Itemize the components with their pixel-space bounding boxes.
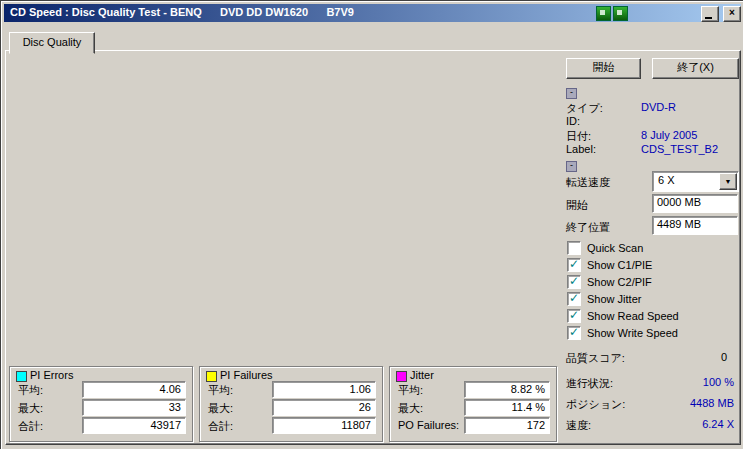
checkbox-label[interactable]: Show C2/PIF — [587, 276, 652, 288]
stat-label: 最大: — [18, 401, 43, 416]
disc-info-label: 日付: — [566, 129, 591, 144]
disc-info-label: Label: — [566, 143, 596, 155]
stat-label: 平均: — [18, 383, 43, 398]
checkbox-label[interactable]: Show Jitter — [587, 293, 641, 305]
pi-failures-legend-swatch — [206, 371, 217, 382]
stat-value-field: 11.4 % — [464, 399, 550, 416]
stat-label: 合計: — [208, 419, 233, 434]
checkbox-show-write-speed[interactable]: ✓Show Write Speed — [567, 326, 742, 340]
minimize-button[interactable] — [701, 6, 719, 22]
checkbox-show-c2-pif[interactable]: ✓Show C2/PIF — [567, 275, 742, 289]
window-title: CD Speed : Disc Quality Test - BENQ DVD … — [10, 6, 354, 18]
disc-info-collapse-icon[interactable]: - — [566, 88, 577, 99]
status-label: 進行状況: — [566, 376, 613, 391]
checkbox-box[interactable]: ✓ — [567, 258, 581, 272]
checkbox-show-read-speed[interactable]: ✓Show Read Speed — [567, 309, 742, 323]
settings-collapse-icon[interactable]: - — [566, 161, 577, 172]
start-position-label: 開始 — [566, 198, 588, 213]
speed-select-value: 6 X — [658, 174, 675, 186]
checkbox-label[interactable]: Quick Scan — [587, 242, 643, 254]
checkbox-box[interactable]: ✓ — [567, 292, 581, 306]
checkbox-quick-scan[interactable]: Quick Scan — [567, 241, 742, 255]
stats-box-title: Jitter — [410, 369, 434, 381]
status-value: 6.24 X — [640, 418, 734, 430]
status-label: 速度: — [566, 418, 591, 433]
dropdown-arrow-button[interactable]: ▼ — [719, 173, 737, 190]
disc-info-value: 8 July 2005 — [641, 129, 697, 141]
start-button[interactable]: 開始 — [566, 58, 641, 79]
stat-value-field: 4.06 — [82, 381, 186, 398]
stat-value-field: 8.82 % — [464, 381, 550, 398]
status-value: 4488 MB — [640, 397, 734, 409]
start-position-field[interactable]: 0000 MB — [652, 194, 738, 213]
close-button[interactable]: × — [723, 6, 741, 22]
stats-box-title: PI Failures — [220, 369, 273, 381]
checkbox-label[interactable]: Show Write Speed — [587, 327, 678, 339]
end-position-label: 終了位置 — [566, 220, 610, 235]
titlebar-app-icon-2[interactable] — [613, 6, 628, 21]
stat-label: PO Failures: — [398, 419, 459, 431]
stat-value-field: 43917 — [82, 417, 186, 434]
quality-score-label: 品質スコア: — [566, 351, 625, 366]
stats-box-jitter: Jitter平均:8.82 %最大:11.4 %PO Failures:172 — [389, 366, 557, 442]
stat-value-field: 26 — [272, 399, 376, 416]
stat-value-field: 172 — [464, 417, 550, 434]
minimize-icon — [705, 17, 712, 19]
stat-label: 最大: — [208, 401, 233, 416]
app-window: CD Speed : Disc Quality Test - BENQ DVD … — [0, 0, 743, 449]
checkbox-show-c1-pie[interactable]: ✓Show C1/PIE — [567, 258, 742, 272]
checkbox-box[interactable]: ✓ — [567, 275, 581, 289]
stat-label: 平均: — [398, 383, 423, 398]
stat-label: 最大: — [398, 401, 423, 416]
speed-label: 転送速度 — [566, 175, 610, 190]
checkbox-label[interactable]: Show Read Speed — [587, 310, 679, 322]
quality-score-value: 0 — [657, 351, 727, 363]
speed-select[interactable]: 6 X ▼ — [652, 171, 739, 192]
checkbox-box[interactable]: ✓ — [567, 326, 581, 340]
end-position-field[interactable]: 4489 MB — [652, 216, 738, 235]
stats-box-pi-failures: PI Failures平均:1.06最大:26合計:11807 — [199, 366, 383, 442]
close-icon: × — [729, 7, 735, 18]
disc-info-label: ID: — [566, 115, 580, 127]
stats-box-title: PI Errors — [30, 369, 73, 381]
stat-value-field: 1.06 — [272, 381, 376, 398]
disc-info-label: タイプ: — [566, 101, 603, 116]
checkbox-box[interactable] — [567, 241, 581, 255]
checkbox-show-jitter[interactable]: ✓Show Jitter — [567, 292, 742, 306]
status-label: ポジション: — [566, 397, 625, 412]
titlebar-app-icon-1[interactable] — [596, 6, 611, 21]
checkbox-box[interactable]: ✓ — [567, 309, 581, 323]
stat-label: 平均: — [208, 383, 233, 398]
status-value: 100 % — [640, 376, 734, 388]
chevron-down-icon: ▼ — [720, 174, 736, 189]
tab-label: Disc Quality — [23, 36, 82, 48]
titlebar[interactable]: CD Speed : Disc Quality Test - BENQ DVD … — [4, 4, 741, 22]
disc-info-value: CDS_TEST_B2 — [641, 143, 718, 155]
jitter-legend-swatch — [396, 371, 407, 382]
stat-value-field: 33 — [82, 399, 186, 416]
stats-box-pi-errors: PI Errors平均:4.06最大:33合計:43917 — [9, 366, 193, 442]
checkbox-label[interactable]: Show C1/PIE — [587, 259, 652, 271]
stat-value-field: 11807 — [272, 417, 376, 434]
pi-errors-legend-swatch — [16, 371, 27, 382]
stat-label: 合計: — [18, 419, 43, 434]
exit-button[interactable]: 終了(X) — [652, 58, 739, 79]
disc-info-value: DVD-R — [641, 101, 676, 113]
tab-disc-quality[interactable]: Disc Quality — [9, 32, 95, 54]
